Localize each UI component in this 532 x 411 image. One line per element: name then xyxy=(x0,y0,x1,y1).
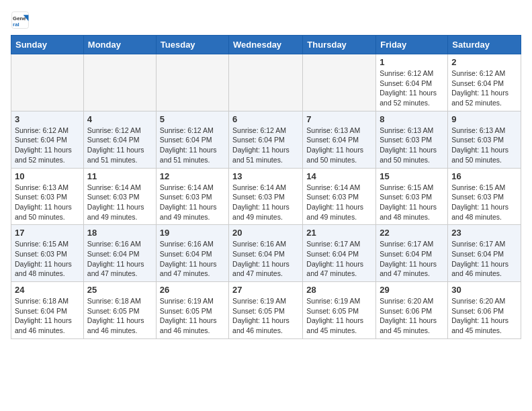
day-info: Sunrise: 6:14 AMSunset: 6:03 PMDaylight:… xyxy=(232,183,299,222)
calendar-header-row: SundayMondayTuesdayWednesdayThursdayFrid… xyxy=(11,36,521,54)
calendar-cell: 13Sunrise: 6:14 AMSunset: 6:03 PMDayligh… xyxy=(229,168,303,225)
header-friday: Friday xyxy=(376,36,448,54)
day-number: 23 xyxy=(451,228,517,238)
day-number: 11 xyxy=(87,171,152,181)
calendar-cell xyxy=(229,54,303,111)
logo-icon: Gene ral xyxy=(11,11,30,30)
page-header: Gene ral xyxy=(11,11,521,30)
calendar-cell: 11Sunrise: 6:14 AMSunset: 6:03 PMDayligh… xyxy=(83,168,156,225)
calendar-cell: 28Sunrise: 6:19 AMSunset: 6:05 PMDayligh… xyxy=(303,282,376,339)
day-info: Sunrise: 6:16 AMSunset: 6:04 PMDaylight:… xyxy=(160,239,225,279)
day-number: 4 xyxy=(87,114,152,124)
calendar-week-row: 3Sunrise: 6:12 AMSunset: 6:04 PMDaylight… xyxy=(11,111,521,168)
calendar: SundayMondayTuesdayWednesdayThursdayFrid… xyxy=(11,35,521,339)
day-number: 12 xyxy=(160,171,225,181)
day-info: Sunrise: 6:17 AMSunset: 6:04 PMDaylight:… xyxy=(380,239,444,279)
calendar-week-row: 24Sunrise: 6:18 AMSunset: 6:04 PMDayligh… xyxy=(11,282,521,339)
day-info: Sunrise: 6:13 AMSunset: 6:03 PMDaylight:… xyxy=(380,126,444,165)
day-info: Sunrise: 6:14 AMSunset: 6:03 PMDaylight:… xyxy=(160,183,225,222)
calendar-cell xyxy=(11,54,84,111)
calendar-cell: 12Sunrise: 6:14 AMSunset: 6:03 PMDayligh… xyxy=(156,168,228,225)
calendar-cell: 19Sunrise: 6:16 AMSunset: 6:04 PMDayligh… xyxy=(156,225,228,282)
header-wednesday: Wednesday xyxy=(229,36,303,54)
day-number: 15 xyxy=(380,171,444,181)
calendar-cell xyxy=(303,54,376,111)
day-number: 8 xyxy=(380,114,444,124)
calendar-cell: 9Sunrise: 6:13 AMSunset: 6:03 PMDaylight… xyxy=(448,111,521,168)
header-thursday: Thursday xyxy=(303,36,376,54)
day-info: Sunrise: 6:19 AMSunset: 6:05 PMDaylight:… xyxy=(306,296,372,336)
day-info: Sunrise: 6:16 AMSunset: 6:04 PMDaylight:… xyxy=(232,239,299,279)
calendar-cell: 16Sunrise: 6:15 AMSunset: 6:03 PMDayligh… xyxy=(448,168,521,225)
day-info: Sunrise: 6:18 AMSunset: 6:05 PMDaylight:… xyxy=(87,296,152,336)
day-info: Sunrise: 6:12 AMSunset: 6:04 PMDaylight:… xyxy=(87,126,152,165)
calendar-cell: 6Sunrise: 6:12 AMSunset: 6:04 PMDaylight… xyxy=(229,111,303,168)
calendar-week-row: 1Sunrise: 6:12 AMSunset: 6:04 PMDaylight… xyxy=(11,54,521,111)
header-monday: Monday xyxy=(83,36,156,54)
logo: Gene ral xyxy=(11,11,32,30)
calendar-cell: 27Sunrise: 6:19 AMSunset: 6:05 PMDayligh… xyxy=(229,282,303,339)
day-info: Sunrise: 6:20 AMSunset: 6:06 PMDaylight:… xyxy=(380,296,444,336)
calendar-cell xyxy=(83,54,156,111)
day-number: 14 xyxy=(306,171,372,181)
calendar-cell: 21Sunrise: 6:17 AMSunset: 6:04 PMDayligh… xyxy=(303,225,376,282)
day-info: Sunrise: 6:13 AMSunset: 6:03 PMDaylight:… xyxy=(15,183,80,222)
day-info: Sunrise: 6:14 AMSunset: 6:03 PMDaylight:… xyxy=(87,183,152,222)
calendar-cell: 24Sunrise: 6:18 AMSunset: 6:04 PMDayligh… xyxy=(11,282,84,339)
day-number: 21 xyxy=(306,228,372,238)
day-info: Sunrise: 6:15 AMSunset: 6:03 PMDaylight:… xyxy=(15,239,80,279)
day-info: Sunrise: 6:19 AMSunset: 6:05 PMDaylight:… xyxy=(160,296,225,336)
calendar-cell xyxy=(156,54,228,111)
day-number: 3 xyxy=(15,114,80,124)
calendar-cell: 4Sunrise: 6:12 AMSunset: 6:04 PMDaylight… xyxy=(83,111,156,168)
day-number: 25 xyxy=(87,285,152,295)
day-number: 27 xyxy=(232,285,299,295)
svg-text:ral: ral xyxy=(13,21,19,28)
day-info: Sunrise: 6:12 AMSunset: 6:04 PMDaylight:… xyxy=(15,126,80,165)
day-number: 5 xyxy=(160,114,225,124)
day-number: 13 xyxy=(232,171,299,181)
day-number: 28 xyxy=(306,285,372,295)
calendar-cell: 23Sunrise: 6:17 AMSunset: 6:04 PMDayligh… xyxy=(448,225,521,282)
calendar-cell: 30Sunrise: 6:20 AMSunset: 6:06 PMDayligh… xyxy=(448,282,521,339)
calendar-cell: 22Sunrise: 6:17 AMSunset: 6:04 PMDayligh… xyxy=(376,225,448,282)
calendar-cell: 26Sunrise: 6:19 AMSunset: 6:05 PMDayligh… xyxy=(156,282,228,339)
day-info: Sunrise: 6:17 AMSunset: 6:04 PMDaylight:… xyxy=(451,239,517,279)
calendar-cell: 14Sunrise: 6:14 AMSunset: 6:03 PMDayligh… xyxy=(303,168,376,225)
day-number: 6 xyxy=(232,114,299,124)
day-info: Sunrise: 6:12 AMSunset: 6:04 PMDaylight:… xyxy=(160,126,225,165)
calendar-week-row: 17Sunrise: 6:15 AMSunset: 6:03 PMDayligh… xyxy=(11,225,521,282)
day-info: Sunrise: 6:20 AMSunset: 6:06 PMDaylight:… xyxy=(451,296,517,336)
day-number: 26 xyxy=(160,285,225,295)
day-number: 7 xyxy=(306,114,372,124)
day-info: Sunrise: 6:15 AMSunset: 6:03 PMDaylight:… xyxy=(380,183,444,222)
day-number: 22 xyxy=(380,228,444,238)
day-info: Sunrise: 6:12 AMSunset: 6:04 PMDaylight:… xyxy=(232,126,299,165)
svg-text:Gene: Gene xyxy=(13,15,26,21)
day-info: Sunrise: 6:19 AMSunset: 6:05 PMDaylight:… xyxy=(232,296,299,336)
day-number: 30 xyxy=(451,285,517,295)
day-info: Sunrise: 6:18 AMSunset: 6:04 PMDaylight:… xyxy=(15,296,80,336)
day-number: 2 xyxy=(451,57,517,67)
calendar-cell: 10Sunrise: 6:13 AMSunset: 6:03 PMDayligh… xyxy=(11,168,84,225)
calendar-cell: 2Sunrise: 6:12 AMSunset: 6:04 PMDaylight… xyxy=(448,54,521,111)
day-info: Sunrise: 6:16 AMSunset: 6:04 PMDaylight:… xyxy=(87,239,152,279)
day-number: 10 xyxy=(15,171,80,181)
day-number: 16 xyxy=(451,171,517,181)
day-number: 9 xyxy=(451,114,517,124)
calendar-cell: 17Sunrise: 6:15 AMSunset: 6:03 PMDayligh… xyxy=(11,225,84,282)
calendar-cell: 15Sunrise: 6:15 AMSunset: 6:03 PMDayligh… xyxy=(376,168,448,225)
day-number: 19 xyxy=(160,228,225,238)
calendar-cell: 8Sunrise: 6:13 AMSunset: 6:03 PMDaylight… xyxy=(376,111,448,168)
calendar-cell: 3Sunrise: 6:12 AMSunset: 6:04 PMDaylight… xyxy=(11,111,84,168)
calendar-cell: 29Sunrise: 6:20 AMSunset: 6:06 PMDayligh… xyxy=(376,282,448,339)
calendar-cell: 25Sunrise: 6:18 AMSunset: 6:05 PMDayligh… xyxy=(83,282,156,339)
day-info: Sunrise: 6:15 AMSunset: 6:03 PMDaylight:… xyxy=(451,183,517,222)
calendar-cell: 1Sunrise: 6:12 AMSunset: 6:04 PMDaylight… xyxy=(376,54,448,111)
day-info: Sunrise: 6:17 AMSunset: 6:04 PMDaylight:… xyxy=(306,239,372,279)
day-number: 29 xyxy=(380,285,444,295)
day-info: Sunrise: 6:13 AMSunset: 6:04 PMDaylight:… xyxy=(306,126,372,165)
day-number: 24 xyxy=(15,285,80,295)
day-info: Sunrise: 6:12 AMSunset: 6:04 PMDaylight:… xyxy=(451,68,517,108)
calendar-week-row: 10Sunrise: 6:13 AMSunset: 6:03 PMDayligh… xyxy=(11,168,521,225)
